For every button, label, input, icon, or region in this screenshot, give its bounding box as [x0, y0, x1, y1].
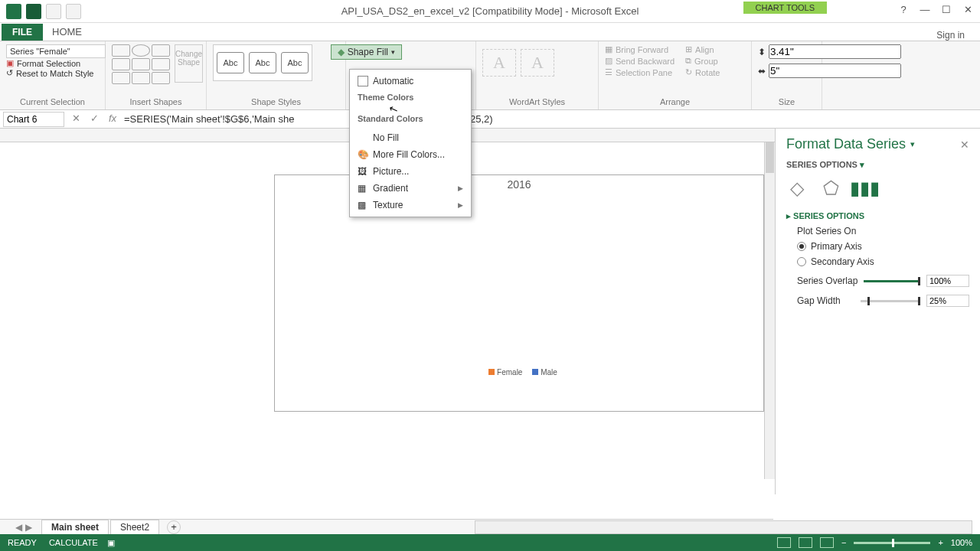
format-data-series-pane: Format Data Series ▾ ✕ SERIES OPTIONS ▾ … [775, 129, 980, 494]
window-title: API_USA_DS2_en_excel_v2 [Compatibility M… [341, 5, 639, 17]
gap-width-input[interactable] [926, 295, 969, 307]
shape-fill-button[interactable]: ◆Shape Fill▾ [331, 44, 402, 60]
shape-fill-menu: Automatic Theme Colors Standard Colors N… [349, 69, 472, 217]
height-icon: ⬍ [758, 47, 766, 57]
fill-texture[interactable]: ▩Texture▶ [353, 197, 468, 214]
excel-icon [6, 4, 21, 19]
chart-legend[interactable]: Female Male [275, 368, 763, 377]
more-fill-colors[interactable]: 🎨More Fill Colors... [353, 146, 468, 163]
fx-icon[interactable]: fx [106, 112, 119, 126]
ribbon-tabs: FILE HOME Sign in [0, 23, 980, 41]
horizontal-scrollbar[interactable] [475, 520, 972, 534]
bring-forward-button[interactable]: ▦ Bring Forward [605, 44, 675, 54]
align-button[interactable]: ⊞ Align [685, 44, 720, 54]
primary-axis-radio[interactable]: Primary Axis [797, 241, 969, 252]
pane-close-icon[interactable]: ✕ [960, 139, 969, 151]
palette-icon: 🎨 [358, 149, 368, 160]
fill-automatic[interactable]: Automatic [353, 73, 468, 90]
group-label-wordart: WordArt Styles [482, 97, 592, 106]
sheet-nav-prev-icon[interactable]: ◀ [15, 522, 22, 533]
zoom-out-icon[interactable]: − [841, 538, 846, 547]
series-options-icon[interactable]: ▮▮▮ [854, 178, 875, 199]
reset-match-style-button[interactable]: ↺Reset to Match Style [6, 68, 99, 78]
normal-view-icon[interactable] [777, 537, 791, 548]
macro-record-icon[interactable]: ▣ [107, 538, 115, 548]
group-label-shape-styles: Shape Styles [213, 97, 339, 106]
theme-colors-label: Theme Colors [353, 90, 468, 105]
group-label-current-selection: Current Selection [6, 97, 99, 106]
format-selection-button[interactable]: ▣Format Selection [6, 58, 99, 68]
sheet-tab-sheet2[interactable]: Sheet2 [110, 520, 159, 535]
group-label-insert-shapes: Insert Shapes [112, 97, 200, 106]
page-layout-view-icon[interactable] [799, 537, 812, 548]
formula-text-left: =SERIES('Main sheet'!$G$6,'Main she [124, 113, 294, 125]
vertical-scrollbar[interactable] [764, 142, 775, 479]
effects-icon[interactable]: ⬠ [820, 178, 841, 199]
shapes-gallery[interactable] [112, 44, 170, 84]
shape-height-input[interactable] [769, 44, 901, 59]
help-icon[interactable]: ? [894, 4, 913, 19]
group-button[interactable]: ⧉ Group [685, 56, 720, 66]
minimize-icon[interactable]: — [916, 4, 934, 19]
status-ready: READY [8, 538, 37, 547]
add-sheet-button[interactable]: + [167, 520, 181, 534]
series-overlap-slider[interactable] [864, 280, 920, 282]
fill-picture[interactable]: 🖼Picture... [353, 163, 468, 180]
page-break-view-icon[interactable] [820, 537, 834, 548]
status-calculate: CALCULATE [49, 538, 98, 547]
chart-tools-contextual: CHART TOOLS [743, 2, 827, 14]
send-backward-button[interactable]: ▨ Send Backward [605, 56, 675, 66]
group-label-size: Size [758, 97, 815, 106]
titlebar: API_USA_DS2_en_excel_v2 [Compatibility M… [0, 0, 980, 23]
no-fill[interactable]: No Fill [353, 129, 468, 146]
picture-icon: 🖼 [358, 166, 368, 177]
plot-series-on-label: Plot Series On [797, 226, 969, 236]
gap-width-slider[interactable] [861, 300, 920, 302]
shape-width-input[interactable] [769, 64, 901, 78]
standard-colors-label: Standard Colors [353, 111, 468, 126]
pane-subtitle[interactable]: SERIES OPTIONS ▾ [786, 160, 969, 170]
chart-bars[interactable] [477, 194, 734, 362]
shape-style-gallery[interactable]: Abc Abc Abc [213, 44, 312, 81]
status-bar: READY CALCULATE ▣ − + 100% [0, 534, 980, 551]
gradient-icon: ▦ [358, 183, 368, 194]
sheet-nav-next-icon[interactable]: ▶ [25, 522, 32, 533]
tab-file[interactable]: FILE [2, 24, 43, 41]
save-icon[interactable] [26, 4, 41, 19]
selection-pane-button[interactable]: ☰ Selection Pane [605, 67, 675, 77]
chart-title[interactable]: 2016 [275, 175, 763, 194]
maximize-icon[interactable]: ☐ [937, 4, 956, 19]
secondary-axis-radio[interactable]: Secondary Axis [797, 256, 969, 267]
fill-gradient[interactable]: ▦Gradient▶ [353, 180, 468, 197]
ribbon: Series "Female" ▣Format Selection ↺Reset… [0, 41, 980, 110]
gap-width-label: Gap Width [797, 295, 841, 306]
series-overlap-input[interactable] [926, 275, 969, 287]
enter-formula-icon[interactable]: ✓ [87, 112, 101, 126]
name-box[interactable] [3, 112, 64, 127]
change-shape-button: Change Shape [175, 44, 203, 83]
width-icon: ⬌ [758, 66, 766, 77]
series-options-header[interactable]: ▸ SERIES OPTIONS [786, 211, 969, 221]
cancel-formula-icon[interactable]: ✕ [69, 112, 83, 126]
automatic-icon [358, 76, 368, 86]
sheet-tab-main[interactable]: Main sheet [41, 520, 109, 535]
signin-link[interactable]: Sign in [936, 27, 965, 41]
close-icon[interactable]: ✕ [959, 4, 977, 19]
formula-bar: ✕ ✓ fx =SERIES('Main sheet'!$G$6,'Main s… [0, 110, 980, 129]
embedded-chart[interactable]: 2016 Female Male [274, 174, 764, 412]
fill-line-icon[interactable]: ◇ [786, 178, 808, 199]
pane-title: Format Data Series [786, 136, 906, 152]
rotate-button[interactable]: ↻ Rotate [685, 67, 720, 77]
series-overlap-label: Series Overlap [797, 276, 858, 286]
zoom-level[interactable]: 100% [951, 538, 972, 547]
wordart-gallery[interactable]: AA [482, 44, 592, 81]
tab-home[interactable]: HOME [43, 23, 91, 41]
zoom-slider[interactable] [854, 542, 930, 544]
group-label-arrange: Arrange [605, 97, 745, 106]
chart-elements-dropdown[interactable]: Series "Female" [6, 44, 106, 58]
zoom-in-icon[interactable]: + [938, 538, 942, 547]
undo-icon[interactable] [46, 4, 61, 19]
texture-icon: ▩ [358, 200, 368, 210]
redo-icon[interactable] [66, 4, 81, 19]
